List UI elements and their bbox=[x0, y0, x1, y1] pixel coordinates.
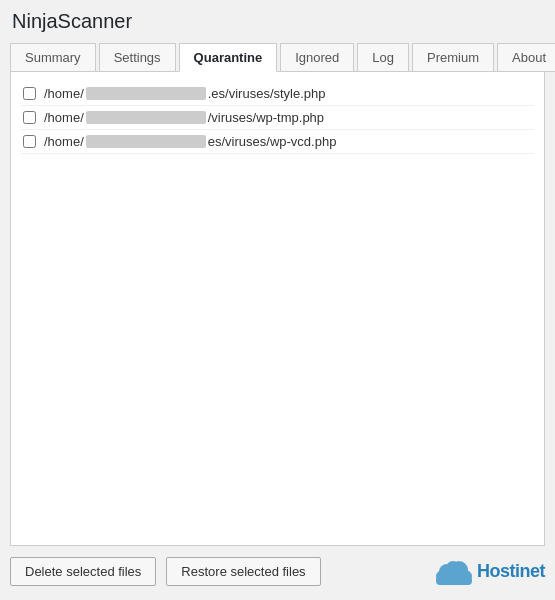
file-checkbox-2[interactable] bbox=[23, 111, 36, 124]
file-path-prefix-1: /home/ bbox=[44, 86, 84, 101]
restore-selected-button[interactable]: Restore selected files bbox=[166, 557, 320, 586]
page-wrapper: NinjaScanner Summary Settings Quarantine… bbox=[0, 0, 555, 600]
file-path-prefix-3: /home/ bbox=[44, 134, 84, 149]
nav-tabs: Summary Settings Quarantine Ignored Log … bbox=[10, 43, 545, 72]
file-path-redacted-2 bbox=[86, 111, 206, 124]
logo-text: Hostinet bbox=[477, 561, 545, 582]
list-item: /home/ .es/viruses/style.php bbox=[21, 82, 534, 106]
file-path-prefix-2: /home/ bbox=[44, 110, 84, 125]
file-checkbox-3[interactable] bbox=[23, 135, 36, 148]
logo-area: Hostinet bbox=[433, 556, 545, 586]
svg-rect-4 bbox=[436, 576, 472, 585]
content-area: /home/ .es/viruses/style.php /home/ /vir… bbox=[10, 71, 545, 546]
tab-ignored[interactable]: Ignored bbox=[280, 43, 354, 72]
file-checkbox-1[interactable] bbox=[23, 87, 36, 100]
tab-about[interactable]: About bbox=[497, 43, 555, 72]
logo-brand-name: ostinet bbox=[489, 561, 545, 581]
file-path-suffix-2: /viruses/wp-tmp.php bbox=[208, 110, 324, 125]
svg-point-3 bbox=[446, 561, 460, 575]
hostinet-logo: Hostinet bbox=[433, 556, 545, 586]
file-path-redacted-1 bbox=[86, 87, 206, 100]
tab-log[interactable]: Log bbox=[357, 43, 409, 72]
list-item: /home/ es/viruses/wp-vcd.php bbox=[21, 130, 534, 154]
file-list: /home/ .es/viruses/style.php /home/ /vir… bbox=[21, 82, 534, 154]
cloud-icon bbox=[433, 556, 475, 586]
delete-selected-button[interactable]: Delete selected files bbox=[10, 557, 156, 586]
bottom-bar: Delete selected files Restore selected f… bbox=[10, 546, 545, 590]
file-path-suffix-1: .es/viruses/style.php bbox=[208, 86, 326, 101]
tab-premium[interactable]: Premium bbox=[412, 43, 494, 72]
app-title: NinjaScanner bbox=[10, 10, 545, 33]
tab-summary[interactable]: Summary bbox=[10, 43, 96, 72]
file-path-redacted-3 bbox=[86, 135, 206, 148]
tab-settings[interactable]: Settings bbox=[99, 43, 176, 72]
list-item: /home/ /viruses/wp-tmp.php bbox=[21, 106, 534, 130]
file-path-suffix-3: es/viruses/wp-vcd.php bbox=[208, 134, 337, 149]
tab-quarantine[interactable]: Quarantine bbox=[179, 43, 278, 72]
logo-letter-h: H bbox=[477, 561, 490, 581]
